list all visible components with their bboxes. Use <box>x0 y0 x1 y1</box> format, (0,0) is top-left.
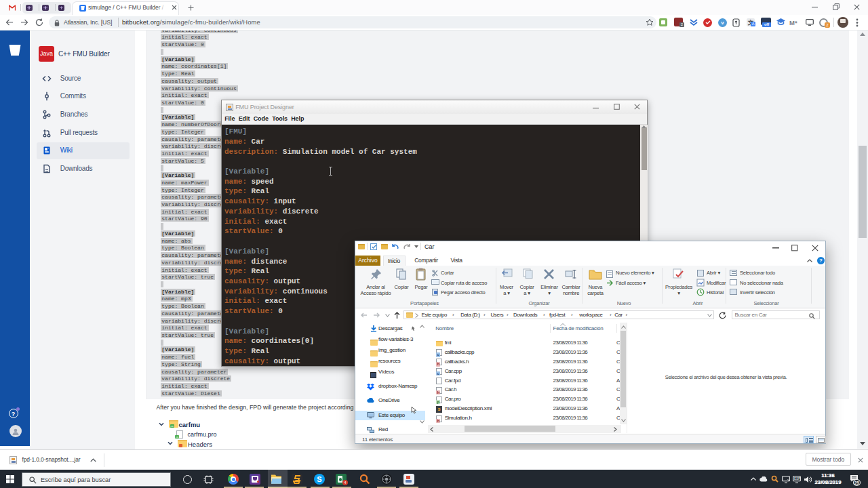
svg-text:ESP: ESP <box>794 477 800 481</box>
